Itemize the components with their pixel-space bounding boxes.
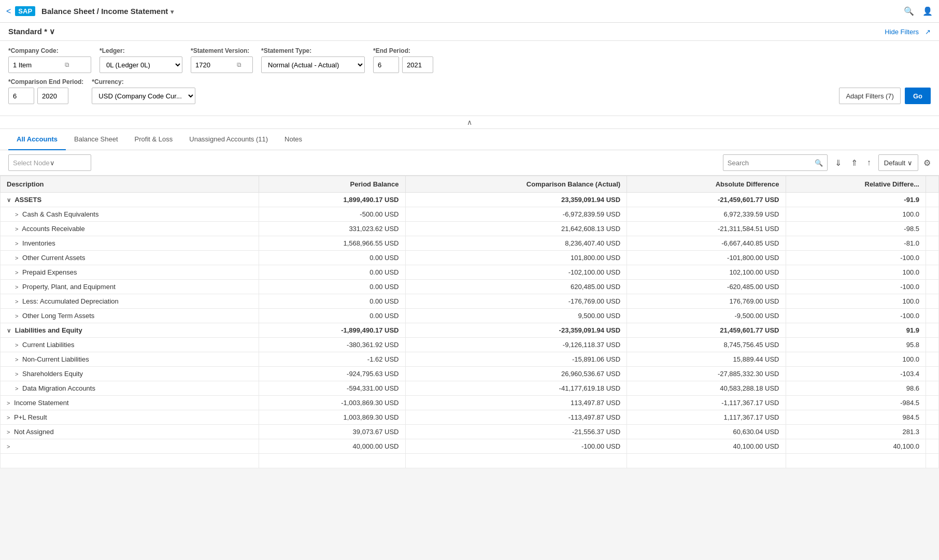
- expand-icon[interactable]: >: [15, 240, 18, 247]
- tab-notes[interactable]: Notes: [276, 129, 310, 150]
- table-row: > Current Liabilities -380,361.92 USD -9…: [1, 338, 939, 352]
- statement-type-select[interactable]: Normal (Actual - Actual): [261, 56, 365, 73]
- end-period-label: *End Period:: [373, 47, 433, 54]
- company-code-input[interactable]: [13, 61, 65, 69]
- row-extra: [926, 396, 939, 410]
- expand-icon[interactable]: >: [15, 385, 18, 392]
- share-icon[interactable]: ↗: [925, 28, 931, 36]
- currency-label: *Currency:: [92, 78, 195, 85]
- company-code-copy-icon[interactable]: ⧉: [65, 61, 69, 68]
- row-absolute-difference: -9,500.00 USD: [627, 309, 786, 323]
- row-extra: [926, 280, 939, 294]
- row-description: > Cash & Cash Equivalents: [1, 207, 259, 222]
- collapse-all-icon[interactable]: ⇓: [833, 158, 844, 168]
- footer-cell: [259, 454, 405, 468]
- user-icon[interactable]: 👤: [922, 6, 933, 16]
- row-absolute-difference: 176,769.00 USD: [627, 294, 786, 309]
- row-description: > Other Current Assets: [1, 251, 259, 265]
- tab-balance-sheet[interactable]: Balance Sheet: [66, 129, 126, 150]
- expand-icon[interactable]: ∨: [7, 327, 11, 334]
- title-dropdown-arrow[interactable]: ▾: [170, 8, 174, 16]
- comparison-period-input[interactable]: [8, 88, 34, 104]
- expand-icon[interactable]: >: [15, 356, 18, 363]
- table-row: > 40,000.00 USD -100.00 USD 40,100.00 US…: [1, 439, 939, 454]
- settings-icon[interactable]: ⚙: [923, 158, 931, 168]
- go-button[interactable]: Go: [905, 88, 931, 104]
- table-row: > Prepaid Expenses 0.00 USD -102,100.00 …: [1, 265, 939, 280]
- row-period-balance: 0.00 USD: [259, 265, 405, 280]
- row-extra: [926, 193, 939, 207]
- row-comparison-balance: 620,485.00 USD: [405, 280, 627, 294]
- hide-filters-link[interactable]: Hide Filters: [885, 28, 919, 36]
- expand-icon[interactable]: >: [15, 342, 18, 348]
- tabs: All Accounts Balance Sheet Profit & Loss…: [0, 129, 939, 150]
- select-node-dropdown[interactable]: Select Node ∨: [8, 154, 91, 171]
- expand-icon[interactable]: >: [15, 371, 18, 377]
- table-row: > Other Current Assets 0.00 USD 101,800.…: [1, 251, 939, 265]
- table-toolbar-right: 🔍 ⇓ ⇑ ↑ Default ∨ ⚙: [723, 154, 931, 171]
- row-period-balance: -1,003,869.30 USD: [259, 396, 405, 410]
- expand-icon[interactable]: >: [15, 313, 18, 319]
- tab-unassigned-accounts[interactable]: Unassigned Accounts (11): [181, 129, 276, 150]
- ledger-filter: *Ledger: 0L (Ledger 0L): [99, 47, 182, 73]
- search-icon[interactable]: 🔍: [815, 159, 823, 167]
- statement-version-filter: *Statement Version: ⧉: [191, 47, 253, 73]
- row-extra: [926, 236, 939, 251]
- row-absolute-difference: 40,100.00 USD: [627, 439, 786, 454]
- end-period-input[interactable]: [373, 56, 399, 73]
- row-relative-difference: -98.5: [786, 222, 926, 236]
- row-comparison-balance: 26,960,536.67 USD: [405, 367, 627, 381]
- tab-all-accounts[interactable]: All Accounts: [8, 129, 66, 150]
- expand-icon[interactable]: >: [7, 400, 10, 406]
- tab-profit-loss[interactable]: Profit & Loss: [126, 129, 181, 150]
- filter-actions: Adapt Filters (7) Go: [839, 88, 931, 104]
- back-button[interactable]: <: [6, 7, 11, 16]
- col-absolute-difference: Absolute Difference: [627, 176, 786, 193]
- row-description: > Other Long Term Assets: [1, 309, 259, 323]
- table-row: > Shareholders Equity -924,795.63 USD 26…: [1, 367, 939, 381]
- expand-icon[interactable]: >: [15, 269, 18, 276]
- table-header: Description Period Balance Comparison Ba…: [1, 176, 939, 193]
- adapt-filters-button[interactable]: Adapt Filters (7): [839, 88, 900, 104]
- statement-version-input[interactable]: [195, 61, 237, 69]
- row-relative-difference: -81.0: [786, 236, 926, 251]
- expand-icon[interactable]: >: [15, 211, 18, 218]
- table-body: ∨ ASSETS 1,899,490.17 USD 23,359,091.94 …: [1, 193, 939, 468]
- table-row: > Non-Current Liabilities -1.62 USD -15,…: [1, 352, 939, 367]
- expand-icon[interactable]: >: [15, 255, 18, 261]
- row-description: > P+L Result: [1, 410, 259, 425]
- collapse-bar[interactable]: ∧: [0, 116, 939, 129]
- row-description: > Shareholders Equity: [1, 367, 259, 381]
- search-input[interactable]: [728, 159, 815, 167]
- row-extra: [926, 367, 939, 381]
- search-icon[interactable]: 🔍: [904, 6, 914, 16]
- currency-select[interactable]: USD (Company Code Cur...: [92, 88, 195, 104]
- ledger-select[interactable]: 0L (Ledger 0L): [99, 56, 182, 73]
- expand-icon[interactable]: >: [7, 414, 10, 421]
- ledger-label: *Ledger:: [99, 47, 182, 54]
- row-relative-difference: 98.6: [786, 381, 926, 396]
- statement-version-label: *Statement Version:: [191, 47, 253, 54]
- default-button[interactable]: Default ∨: [878, 154, 918, 171]
- expand-icon[interactable]: >: [15, 298, 18, 305]
- table-row: > P+L Result 1,003,869.30 USD -113,497.8…: [1, 410, 939, 425]
- row-description: > Current Liabilities: [1, 338, 259, 352]
- expand-icon[interactable]: >: [7, 443, 10, 450]
- row-extra: [926, 338, 939, 352]
- end-year-input[interactable]: [402, 56, 433, 73]
- expand-icon[interactable]: >: [15, 226, 18, 232]
- expand-icon[interactable]: ∨: [7, 197, 11, 203]
- comparison-year-input[interactable]: [37, 88, 68, 104]
- expand-icon[interactable]: >: [15, 284, 18, 290]
- expand-icon[interactable]: >: [7, 429, 10, 435]
- row-description: ∨ Liabilities and Equity: [1, 323, 259, 338]
- standard-variant-label[interactable]: Standard * ∨: [8, 27, 55, 36]
- share-table-icon[interactable]: ↑: [865, 158, 873, 167]
- row-description: > Less: Accumulated Depreciation: [1, 294, 259, 309]
- row-absolute-difference: 15,889.44 USD: [627, 352, 786, 367]
- table-row: ∨ ASSETS 1,899,490.17 USD 23,359,091.94 …: [1, 193, 939, 207]
- statement-version-copy-icon[interactable]: ⧉: [237, 61, 241, 68]
- table-row: > Inventories 1,568,966.55 USD 8,236,407…: [1, 236, 939, 251]
- row-relative-difference: 91.9: [786, 323, 926, 338]
- expand-all-icon[interactable]: ⇑: [849, 158, 860, 168]
